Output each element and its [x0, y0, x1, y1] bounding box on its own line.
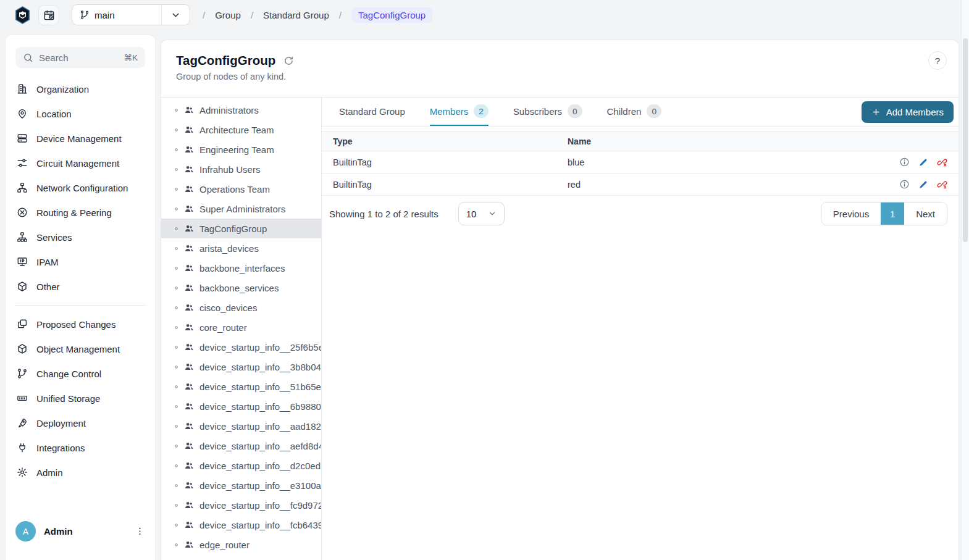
- gear-icon: [17, 467, 28, 478]
- group-list-item-infrahub-users[interactable]: Infrahub Users: [161, 159, 321, 179]
- page-size-select[interactable]: 10: [458, 202, 505, 225]
- time-travel-button[interactable]: [38, 5, 59, 25]
- group-list-item[interactable]: device_startup_info__6b988093: [161, 396, 321, 416]
- infrahub-logo[interactable]: [12, 5, 32, 25]
- breadcrumb-group[interactable]: Group: [215, 10, 241, 20]
- branch-selector[interactable]: main: [72, 4, 190, 25]
- tab-subscribers[interactable]: Subscribers0: [513, 98, 582, 126]
- tab-label: Children: [607, 106, 642, 117]
- sidebar-item-circuit-management[interactable]: Circuit Management: [6, 151, 155, 175]
- user-menu-button[interactable]: [132, 524, 148, 540]
- group-name: TagConfigGroup: [199, 224, 267, 234]
- pencil-icon: [918, 180, 928, 190]
- group-list-item-backbone-interfaces[interactable]: backbone_interfaces: [161, 258, 321, 278]
- group-list-item[interactable]: device_startup_info__aad1828c: [161, 416, 321, 436]
- square-bullet-icon: [174, 483, 178, 488]
- users-icon: [184, 144, 194, 154]
- tab-label: Standard Group: [339, 106, 405, 117]
- group-name: Super Administrators: [199, 204, 285, 214]
- user-name: Admin: [44, 526, 124, 537]
- sidebar-item-other[interactable]: Other: [6, 274, 155, 299]
- kebab-icon: [135, 526, 145, 537]
- sidebar-item-routing-peering[interactable]: Routing & Peering: [6, 200, 155, 225]
- info-icon: [899, 179, 910, 190]
- refresh-button[interactable]: [283, 56, 294, 66]
- group-list-item-architecture-team[interactable]: Architecture Team: [161, 120, 321, 140]
- breadcrumb-standard-group[interactable]: Standard Group: [263, 10, 329, 20]
- previous-page-button[interactable]: Previous: [821, 203, 881, 225]
- group-list-item-super-administrators[interactable]: Super Administrators: [161, 199, 321, 219]
- users-icon: [184, 461, 194, 470]
- sidebar-item-label: Object Management: [36, 344, 120, 354]
- tab-members[interactable]: Members2: [430, 98, 489, 126]
- breadcrumb-current[interactable]: TagConfigGroup: [351, 7, 432, 23]
- scrollbar-thumb[interactable]: [963, 38, 968, 242]
- group-list-item-operations-team[interactable]: Operations Team: [161, 179, 321, 199]
- help-button[interactable]: ?: [928, 51, 947, 70]
- group-list-item-administrators[interactable]: Administrators: [161, 100, 321, 120]
- ipam-icon: [17, 256, 28, 267]
- search-input[interactable]: Search ⌘K: [15, 47, 145, 68]
- unlink-button[interactable]: [937, 157, 947, 167]
- sidebar-item-deployment[interactable]: Deployment: [6, 411, 155, 435]
- users-icon: [184, 204, 194, 214]
- group-list-item[interactable]: device_startup_info__51b65edb: [161, 377, 321, 396]
- users-icon: [184, 382, 194, 391]
- sidebar-item-services[interactable]: Services: [6, 225, 155, 249]
- group-list-item-cisco-devices[interactable]: cisco_devices: [161, 298, 321, 317]
- unlink-icon: [937, 179, 947, 190]
- plug-icon: [17, 442, 28, 453]
- edit-button[interactable]: [918, 157, 928, 167]
- user-menu[interactable]: A Admin: [15, 521, 148, 541]
- sidebar-item-object-management[interactable]: Object Management: [6, 336, 155, 361]
- group-list-item-edge-router[interactable]: edge_router: [161, 535, 321, 554]
- info-button[interactable]: [899, 157, 910, 167]
- group-list-item-tagconfiggroup[interactable]: TagConfigGroup: [161, 219, 321, 238]
- cube-icon: [17, 281, 28, 292]
- group-name: backbone_services: [199, 283, 279, 293]
- table-row[interactable]: BuiltinTag blue: [322, 151, 959, 173]
- group-list-item-core-router[interactable]: core_router: [161, 317, 321, 337]
- tab-standard-group[interactable]: Standard Group: [339, 98, 405, 126]
- services-icon: [17, 232, 28, 243]
- group-list-item[interactable]: device_startup_info__aefd8d47: [161, 436, 321, 456]
- info-button[interactable]: [899, 179, 910, 190]
- group-list-item[interactable]: device_startup_info__fc9d9727: [161, 495, 321, 515]
- next-page-button[interactable]: Next: [904, 203, 947, 225]
- scrollbar-track[interactable]: [961, 0, 969, 560]
- sidebar-item-organization[interactable]: Organization: [6, 77, 155, 101]
- search-placeholder: Search: [39, 52, 118, 63]
- group-list-item-arista-devices[interactable]: arista_devices: [161, 238, 321, 258]
- sidebar-item-proposed-changes[interactable]: Proposed Changes: [6, 312, 155, 336]
- square-bullet-icon: [174, 306, 178, 310]
- cube-icon: [17, 343, 28, 354]
- sidebar-item-location[interactable]: Location: [6, 101, 155, 126]
- group-name: device_startup_info__d2c0ed2a: [199, 461, 321, 471]
- tab-children[interactable]: Children0: [607, 98, 661, 126]
- sidebar-item-network-configuration[interactable]: Network Configuration: [6, 175, 155, 200]
- breadcrumb-separator: /: [251, 10, 253, 20]
- group-list-item[interactable]: device_startup_info__d2c0ed2a: [161, 456, 321, 475]
- add-members-button[interactable]: Add Members: [862, 101, 954, 123]
- current-page-button[interactable]: 1: [881, 203, 904, 225]
- sidebar-item-integrations[interactable]: Integrations: [6, 435, 155, 460]
- unlink-button[interactable]: [937, 179, 947, 190]
- users-icon: [184, 164, 194, 174]
- group-list-item[interactable]: device_startup_info__e3100ace: [161, 475, 321, 495]
- group-list-item-backbone-services[interactable]: backbone_services: [161, 278, 321, 298]
- branch-selector-caret[interactable]: [161, 5, 190, 25]
- group-list-item-engineering-team[interactable]: Engineering Team: [161, 140, 321, 159]
- edit-button[interactable]: [918, 180, 928, 190]
- sidebar-item-unified-storage[interactable]: Unified Storage: [6, 386, 155, 411]
- table-row[interactable]: BuiltinTag red: [322, 173, 959, 196]
- group-list-item[interactable]: device_startup_info__fcb6439b: [161, 515, 321, 535]
- sidebar-item-change-control[interactable]: Change Control: [6, 361, 155, 386]
- sidebar-item-admin[interactable]: Admin: [6, 460, 155, 485]
- sidebar-item-ipam[interactable]: IPAM: [6, 249, 155, 274]
- group-list-item[interactable]: device_startup_info__25f6b5ec: [161, 337, 321, 357]
- square-bullet-icon: [174, 227, 178, 231]
- group-list-item[interactable]: device_startup_info__3b8b0416: [161, 357, 321, 377]
- page-header: TagConfigGroup Group of nodes of any kin…: [161, 40, 959, 97]
- users-icon: [184, 500, 194, 510]
- sidebar-item-device-management[interactable]: Device Management: [6, 126, 155, 151]
